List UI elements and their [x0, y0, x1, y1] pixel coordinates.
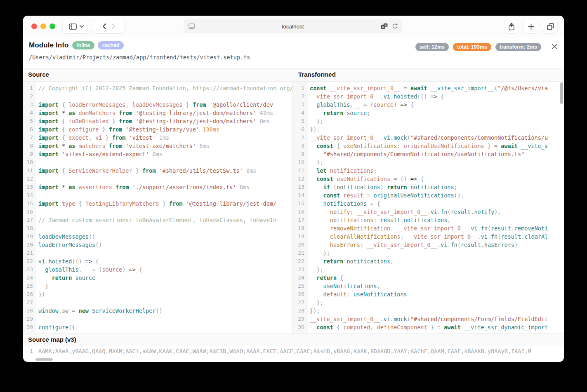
code-line: 10	[23, 158, 292, 167]
line-number: 18	[293, 224, 304, 232]
line-number: 28	[23, 307, 33, 315]
nav-separator	[109, 23, 109, 30]
code-text: loadDevMessages()	[38, 232, 95, 241]
translate-icon[interactable]: x A	[381, 23, 388, 29]
source-code-panel[interactable]: 1// Copyright (C) 2012-2025 Zammad Found…	[23, 82, 293, 333]
code-line: 9 "#shared/components/CommonNotification…	[293, 150, 564, 158]
code-text: configure({	[38, 323, 75, 331]
line-number: 13	[293, 183, 304, 191]
code-text: import { toBeDisabled } from '@testing-l…	[38, 117, 270, 125]
timing-badge: self: 12ms	[415, 43, 449, 51]
code-line: 2__vite_ssr_import_0__.vi.hoisted(() => …	[293, 92, 564, 101]
code-line: 16	[23, 208, 292, 216]
code-text: if (notifications) return notifications;	[310, 183, 457, 191]
code-line: 23 globalThis.__ = (source) => {	[23, 265, 292, 274]
code-line: 18	[23, 224, 292, 232]
code-line: 12 const useNotifications = () => {	[293, 175, 564, 183]
line-number: 9	[23, 150, 33, 158]
code-text: window.sw = new ServiceWorkerHelper()	[38, 307, 163, 315]
timing-badges: self: 12mstotal: 193mstransform: 2ms	[415, 43, 541, 51]
code-text: vi.hoisted(() => {	[38, 257, 99, 265]
address-bar[interactable]: localhost x A	[184, 19, 402, 33]
code-text: return notifications;	[310, 257, 394, 265]
line-number: 10	[293, 158, 304, 167]
line-number: 4	[23, 109, 33, 117]
code-line: 23 };	[293, 265, 564, 274]
sourcemap-title: Source map (v3)	[28, 336, 76, 343]
code-line: 13 if (notifications) return notificatio…	[293, 183, 564, 191]
code-line: 4 return source;	[293, 109, 564, 117]
code-line: 24 return source	[23, 274, 292, 282]
close-window-button[interactable]	[31, 23, 37, 29]
screen-background: localhost x A	[0, 0, 587, 392]
code-text: // Copyright (C) 2012-2025 Zammad Founda…	[38, 84, 293, 92]
line-number: 27	[23, 298, 33, 307]
url-text: localhost	[282, 23, 304, 30]
timing-badge: transform: 2ms	[495, 43, 541, 51]
forward-button[interactable]	[112, 23, 116, 29]
page-settings-icon[interactable]	[189, 23, 195, 29]
share-button[interactable]	[504, 19, 519, 33]
code-line: 10 );	[293, 158, 564, 167]
code-text: __vite_ssr_import_0__.vi.mock("#shared/c…	[310, 134, 548, 142]
timing-badge: total: 193ms	[453, 43, 491, 51]
chevron-down-icon	[80, 25, 84, 28]
line-number: 30	[293, 323, 304, 331]
code-line: 6});	[293, 125, 564, 134]
code-line: 29__vite_ssr_import_0__.vi.mock("#shared…	[293, 315, 564, 323]
tab-overview-button[interactable]	[543, 19, 557, 33]
code-line: 14	[23, 191, 292, 200]
line-number: 11	[293, 167, 304, 175]
line-number: 30	[23, 323, 33, 331]
line-number: 12	[23, 175, 33, 183]
code-line: 26})	[23, 290, 292, 298]
code-text: );	[310, 158, 323, 167]
code-text: }	[38, 282, 48, 290]
code-text: });	[310, 307, 320, 315]
code-text: import * as matchers from 'vitest-axe/ma…	[38, 142, 210, 150]
line-number: 17	[293, 216, 304, 224]
line-number: 3	[23, 101, 33, 109]
svg-text:A: A	[382, 25, 384, 29]
line-number: 20	[293, 241, 304, 249]
code-line: 11import { ServiceWorkerHelper } from '#…	[23, 167, 292, 175]
code-line: 25 }	[23, 282, 292, 290]
code-text: import { loadErrorMessages, loadDevMessa…	[38, 101, 273, 109]
horizontal-scrollbar-thumb[interactable]	[35, 358, 53, 361]
line-number: 11	[23, 167, 33, 175]
close-panel-button[interactable]	[550, 42, 559, 50]
code-line: 20 hasErrors: __vite_ssr_import_0__.vi.f…	[293, 241, 564, 249]
maximize-window-button[interactable]	[50, 23, 55, 29]
line-number: 29	[23, 315, 33, 323]
code-text: const { useNotifications: originalUseNot…	[310, 142, 548, 150]
minimize-window-button[interactable]	[40, 23, 46, 29]
code-line: 26 default: useNotifications	[293, 290, 564, 298]
line-number: 29	[293, 315, 304, 323]
page-title: Module Info	[29, 41, 68, 49]
code-line: 25 useNotifications,	[293, 282, 564, 290]
line-number: 19	[23, 232, 33, 241]
back-button[interactable]	[102, 23, 106, 29]
code-text: import * as domMatchers from '@testing-l…	[38, 109, 273, 117]
line-number: 7	[23, 134, 33, 142]
code-line: 5import { toBeDisabled } from '@testing-…	[23, 117, 292, 125]
vertical-scrollbar-thumb[interactable]	[560, 82, 563, 104]
line-number: 21	[23, 249, 33, 257]
reload-icon[interactable]	[392, 23, 398, 29]
code-line: 17// Zammad custom assertions: toBeAvata…	[23, 216, 292, 224]
new-tab-button[interactable]	[524, 19, 538, 33]
code-text: };	[310, 249, 330, 257]
line-number: 27	[293, 298, 304, 307]
code-line: 1const __vite_ssr_import_0__ = await __v…	[293, 84, 564, 92]
panel-header-band	[23, 68, 564, 82]
code-text: // Zammad custom assertions: toBeAvatarE…	[38, 216, 276, 224]
code-line: 22 return notifications;	[293, 257, 564, 265]
transformed-code-panel[interactable]: 1const __vite_ssr_import_0__ = await __v…	[293, 82, 564, 333]
code-line: 15 notifications = {	[293, 200, 564, 208]
code-text: import { ServiceWorkerHelper } from '#sh…	[38, 167, 256, 175]
code-text: __vite_ssr_import_0__.vi.hoisted(() => {	[310, 92, 444, 101]
sidebar-toggle-button[interactable]	[63, 19, 90, 33]
code-line: 2	[23, 92, 292, 101]
code-line: 21 };	[293, 249, 564, 257]
code-line: 1// Copyright (C) 2012-2025 Zammad Found…	[23, 84, 292, 92]
